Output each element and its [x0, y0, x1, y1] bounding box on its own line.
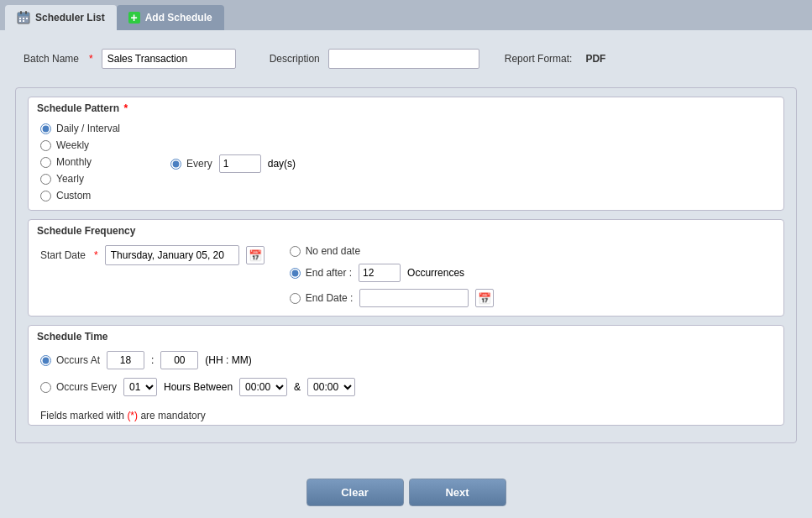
pattern-right: Every day(s): [170, 126, 296, 201]
occurs-at-row: Occurs At : (HH : MM): [40, 351, 772, 369]
occurs-at-mm-input[interactable]: [160, 351, 198, 369]
every-input[interactable]: [219, 154, 261, 173]
pattern-monthly-radio[interactable]: [40, 157, 51, 168]
every-radio-row[interactable]: Every: [170, 158, 212, 170]
schedule-pattern-body: Daily / Interval Weekly Monthly Yearly: [29, 116, 783, 210]
schedule-frequency-panel: Schedule Frequency Start Date * 📅 No end…: [28, 219, 784, 317]
description-input[interactable]: [328, 49, 479, 69]
end-date-label: End Date :: [306, 292, 354, 304]
freq-left: Start Date * 📅: [40, 245, 265, 265]
tab-scheduler-list[interactable]: Scheduler List: [5, 5, 117, 30]
end-after-label: End after :: [306, 267, 352, 279]
occurs-every-row: Occurs Every 01 02 03 04 06 12 Hours Bet…: [40, 378, 772, 396]
next-button[interactable]: Next: [409, 479, 506, 506]
end-date-calendar-icon[interactable]: 📅: [475, 289, 494, 307]
occurs-at-label: Occurs At: [56, 354, 100, 366]
hours-between-label: Hours Between: [164, 381, 233, 393]
pattern-monthly[interactable]: Monthly: [40, 156, 120, 168]
mandatory-note: Fields marked with (*) are mandatory: [29, 405, 783, 425]
start-date-required: *: [94, 249, 98, 261]
batch-name-input[interactable]: [102, 49, 236, 69]
main-content: Batch Name * Description Report Format: …: [0, 30, 812, 518]
schedule-pattern-panel: Schedule Pattern * Daily / Interval Week…: [28, 97, 784, 211]
tab-bar: Scheduler List + Add Schedule: [0, 0, 812, 30]
description-label: Description: [270, 53, 320, 65]
schedule-frequency-header: Schedule Frequency: [29, 220, 783, 238]
occurs-at-hh-input[interactable]: [107, 351, 144, 369]
top-form: Batch Name * Description Report Format: …: [15, 42, 797, 76]
time-separator: :: [151, 354, 154, 366]
plus-icon: +: [128, 12, 140, 24]
every-radio[interactable]: [170, 159, 181, 170]
schedule-time-body: Occurs At : (HH : MM) Occurs Every 01 02: [29, 344, 783, 405]
svg-rect-2: [20, 11, 22, 14]
no-end-date-label: No end date: [306, 245, 360, 257]
start-date-input[interactable]: [105, 245, 239, 265]
batch-name-required: *: [89, 53, 93, 65]
occurrences-label: Occurrences: [407, 267, 464, 279]
svg-rect-3: [25, 11, 27, 14]
occurs-every-radio-label[interactable]: Occurs Every: [40, 381, 117, 393]
schedule-pattern-required: *: [123, 102, 128, 114]
pattern-yearly-radio[interactable]: [40, 174, 51, 185]
scheduler-list-tab-label: Scheduler List: [35, 12, 105, 24]
start-date-calendar-icon[interactable]: 📅: [246, 246, 265, 264]
no-end-date-radio[interactable]: [290, 246, 301, 257]
end-after-row: End after : Occurrences: [290, 264, 495, 282]
add-schedule-tab-label: Add Schedule: [145, 12, 212, 24]
end-date-radio-label[interactable]: End Date :: [290, 292, 354, 304]
schedule-time-panel: Schedule Time Occurs At : (HH : MM) Occu…: [28, 325, 784, 426]
schedule-pattern-header: Schedule Pattern *: [29, 97, 783, 116]
pattern-weekly-radio[interactable]: [40, 140, 51, 151]
batch-name-label: Batch Name: [24, 53, 79, 65]
svg-rect-5: [23, 18, 24, 19]
pattern-yearly[interactable]: Yearly: [40, 173, 120, 185]
mandatory-asterisk: (*): [127, 410, 138, 421]
svg-rect-6: [26, 18, 28, 19]
hours-between-to-select[interactable]: 00:00 01:00 02:00 06:00 12:00: [307, 378, 355, 396]
days-label: day(s): [268, 158, 296, 170]
end-date-input[interactable]: [359, 289, 469, 307]
schedule-frequency-body: Start Date * 📅 No end date: [29, 238, 783, 316]
start-date-label: Start Date: [40, 249, 86, 261]
bottom-bar: Clear Next: [15, 467, 797, 506]
svg-rect-8: [23, 20, 24, 22]
svg-rect-4: [19, 18, 21, 19]
occurs-every-select[interactable]: 01 02 03 04 06 12: [123, 378, 157, 396]
pattern-daily[interactable]: Daily / Interval: [40, 123, 120, 134]
end-date-row: End Date : 📅: [290, 289, 495, 307]
pattern-custom[interactable]: Custom: [40, 190, 120, 201]
svg-rect-7: [19, 20, 21, 22]
occurs-every-radio[interactable]: [40, 382, 51, 393]
freq-right: No end date End after : Occurrences: [290, 245, 495, 307]
end-after-radio[interactable]: [290, 268, 301, 279]
occurs-at-radio-label[interactable]: Occurs At: [40, 354, 100, 366]
no-end-date-radio-label[interactable]: No end date: [290, 245, 360, 257]
tab-add-schedule[interactable]: + Add Schedule: [117, 5, 224, 30]
hhmm-label: (HH : MM): [205, 354, 251, 366]
report-format-label: Report Format:: [505, 53, 573, 65]
svg-rect-1: [18, 13, 29, 16]
occurrences-input[interactable]: [359, 264, 401, 282]
occurs-at-radio[interactable]: [40, 355, 51, 366]
no-end-date-row: No end date: [290, 245, 495, 257]
occurs-every-label: Occurs Every: [56, 381, 117, 393]
end-date-radio[interactable]: [290, 293, 301, 304]
calendar-icon: [17, 11, 30, 24]
pattern-custom-radio[interactable]: [40, 191, 51, 201]
schedule-time-header: Schedule Time: [29, 326, 783, 344]
clear-button[interactable]: Clear: [306, 479, 404, 506]
hours-between-from-select[interactable]: 00:00 01:00 02:00 06:00 12:00: [239, 378, 287, 396]
and-label: &: [294, 381, 301, 393]
report-format-value: PDF: [585, 53, 605, 65]
end-after-radio-label[interactable]: End after :: [290, 267, 352, 279]
pattern-daily-radio[interactable]: [40, 123, 51, 134]
pattern-weekly[interactable]: Weekly: [40, 139, 120, 151]
pattern-options: Daily / Interval Weekly Monthly Yearly: [40, 123, 120, 201]
outer-panel: Schedule Pattern * Daily / Interval Week…: [15, 87, 797, 443]
